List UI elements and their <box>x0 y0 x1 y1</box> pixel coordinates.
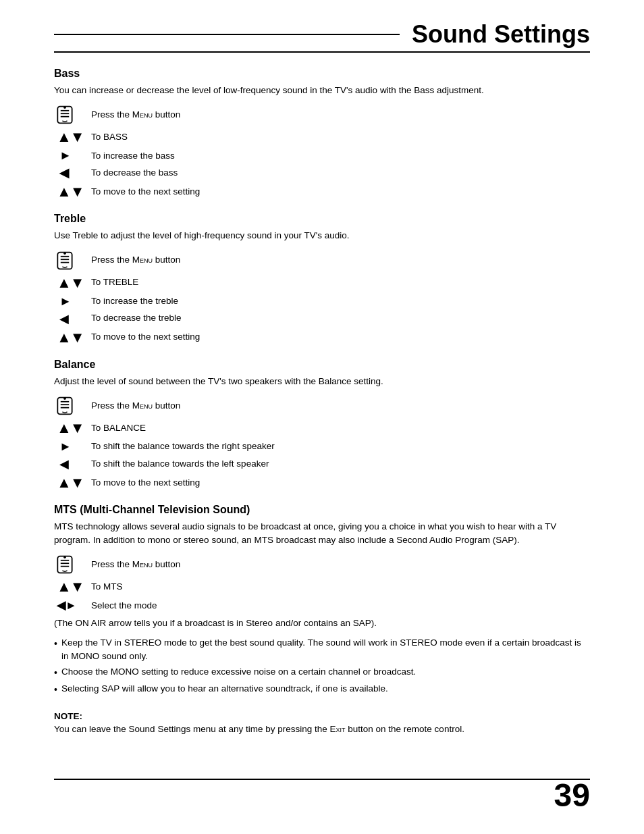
page: Sound Settings Bass You can increase or … <box>0 0 644 834</box>
left-icon-cell: ◀ <box>54 165 91 180</box>
treble-right-icon-cell: ► <box>54 294 91 309</box>
bass-description: You can increase or decrease the level o… <box>54 84 590 97</box>
svg-rect-11 <box>61 401 69 402</box>
treble-menu-icon-cell <box>54 250 91 271</box>
section-treble: Treble Use Treble to adjust the level of… <box>54 213 590 346</box>
svg-point-19 <box>63 556 66 559</box>
svg-point-14 <box>63 397 66 400</box>
svg-rect-8 <box>61 261 69 263</box>
left-arrow-icon: ◀ <box>59 165 69 180</box>
svg-rect-13 <box>61 407 69 409</box>
treble-row-right: ► To increase the treble <box>54 294 590 309</box>
mts-bullet-3-text: Selecting SAP will allow you to hear an … <box>61 682 388 696</box>
svg-rect-16 <box>61 560 69 561</box>
svg-rect-3 <box>61 116 69 118</box>
svg-point-4 <box>63 107 66 109</box>
section-mts: MTS (Multi-Channel Television Sound) MTS… <box>54 504 590 698</box>
svg-rect-12 <box>61 404 69 405</box>
svg-rect-6 <box>61 255 69 257</box>
bass-next-text: To move to the next setting <box>91 185 200 199</box>
balance-menu-icon-cell <box>54 395 91 417</box>
right-icon-cell: ► <box>54 149 91 163</box>
mts-row-menu: Press the Menu button <box>54 554 590 575</box>
balance-next-icon-cell: ▲▼ <box>54 474 91 492</box>
mts-row-leftright: ◀► Select the mode <box>54 598 590 613</box>
balance-updown-icon-cell: ▲▼ <box>54 419 91 437</box>
balance-row-right: ► To shift the balance towards the right… <box>54 440 590 454</box>
treble-menu-icon <box>54 250 76 271</box>
page-number: 39 <box>554 777 590 814</box>
balance-right-icon-cell: ► <box>54 440 91 454</box>
bass-updown-text: To BASS <box>91 130 128 144</box>
mts-bullet-3: • Selecting SAP will allow you to hear a… <box>54 682 590 698</box>
treble-title: Treble <box>54 213 590 225</box>
mts-description: MTS technology allows several audio sign… <box>54 520 590 548</box>
mts-menu-text: Press the Menu button <box>91 558 180 571</box>
treble-next-text: To move to the next setting <box>91 330 200 344</box>
menu-icon-cell <box>54 104 91 126</box>
mts-updown-icon-cell: ▲▼ <box>54 578 91 596</box>
balance-title: Balance <box>54 359 590 371</box>
balance-updown-text: To BALANCE <box>91 421 146 435</box>
balance-left-icon-cell: ◀ <box>54 457 91 471</box>
bullet-dot-2: • <box>54 666 57 681</box>
treble-row-next: ▲▼ To move to the next setting <box>54 329 590 346</box>
svg-point-9 <box>63 252 66 255</box>
bass-title: Bass <box>54 68 590 80</box>
bullet-dot-1: • <box>54 637 57 652</box>
page-title: Sound Settings <box>412 20 590 49</box>
svg-rect-15 <box>57 556 72 573</box>
mts-menu-icon-cell <box>54 554 91 575</box>
svg-rect-17 <box>61 563 69 565</box>
treble-left-text: To decrease the treble <box>91 311 182 325</box>
balance-row-next: ▲▼ To move to the next setting <box>54 474 590 492</box>
balance-row-updown: ▲▼ To BALANCE <box>54 419 590 437</box>
treble-instructions: Press the Menu button ▲▼ To TREBLE ► To … <box>54 250 590 346</box>
bass-row-updown: ▲▼ To BASS <box>54 128 590 146</box>
svg-rect-2 <box>61 113 69 115</box>
updown-icon-cell: ▲▼ <box>54 128 91 146</box>
balance-row-left: ◀ To shift the balance towards the left … <box>54 457 590 471</box>
treble-right-text: To increase the treble <box>91 294 178 308</box>
menu-icon <box>54 104 76 126</box>
title-line <box>54 34 400 35</box>
treble-row-menu: Press the Menu button <box>54 250 590 271</box>
treble-menu-text: Press the Menu button <box>91 253 180 267</box>
svg-rect-1 <box>61 110 69 111</box>
mts-updown-text: To MTS <box>91 580 123 594</box>
on-air-note: (The ON AIR arrow tells you if a broadca… <box>54 617 590 630</box>
bass-row-right: ► To increase the bass <box>54 149 590 163</box>
mts-instructions: Press the Menu button ▲▼ To MTS ◀► Selec… <box>54 554 590 613</box>
mts-row-updown: ▲▼ To MTS <box>54 578 590 596</box>
bass-row-left: ◀ To decrease the bass <box>54 165 590 180</box>
note-section: NOTE: You can leave the Sound Settings m… <box>54 711 590 736</box>
mts-leftright-icon-cell: ◀► <box>54 598 91 613</box>
mts-bullet-2: • Choose the MONO setting to reduce exce… <box>54 665 590 681</box>
svg-rect-5 <box>57 252 72 269</box>
balance-description: Adjust the level of sound between the TV… <box>54 375 590 388</box>
svg-rect-0 <box>57 107 72 124</box>
mts-bullets: • Keep the TV in STEREO mode to get the … <box>54 636 590 698</box>
treble-left-icon-cell: ◀ <box>54 311 91 326</box>
bullet-dot-3: • <box>54 683 57 698</box>
mts-leftright-text: Select the mode <box>91 599 157 613</box>
balance-next-text: To move to the next setting <box>91 476 200 490</box>
mts-bullet-1: • Keep the TV in STEREO mode to get the … <box>54 636 590 664</box>
mts-menu-icon <box>54 554 76 575</box>
svg-rect-18 <box>61 566 69 567</box>
mts-bullet-1-text: Keep the TV in STEREO mode to get the be… <box>61 636 590 664</box>
bottom-line <box>54 779 590 780</box>
mts-bullet-2-text: Choose the MONO setting to reduce excess… <box>61 665 416 679</box>
balance-left-text: To shift the balance towards the left sp… <box>91 457 269 471</box>
bass-row-menu: Press the Menu button <box>54 104 590 126</box>
balance-menu-icon <box>54 395 76 417</box>
treble-row-left: ◀ To decrease the treble <box>54 311 590 326</box>
balance-row-menu: Press the Menu button <box>54 395 590 417</box>
bass-left-text: To decrease the bass <box>91 166 178 180</box>
section-bass: Bass You can increase or decrease the le… <box>54 68 590 201</box>
updown2-icon-cell: ▲▼ <box>54 183 91 201</box>
balance-right-text: To shift the balance towards the right s… <box>91 440 275 453</box>
bass-instructions: Press the Menu button ▲▼ To BASS ► To in… <box>54 104 590 201</box>
treble-next-icon-cell: ▲▼ <box>54 329 91 346</box>
svg-rect-10 <box>57 397 72 414</box>
